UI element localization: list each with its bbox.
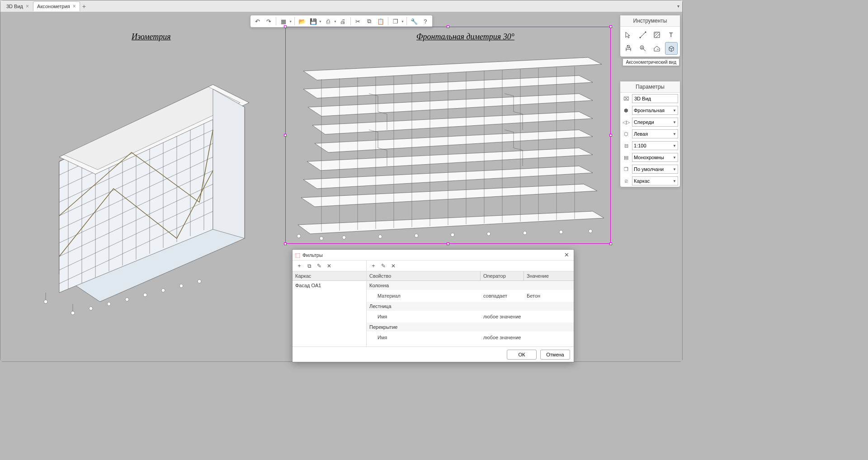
svg-marker-42 (307, 148, 593, 171)
undo-button[interactable]: ↶ (252, 16, 262, 26)
filter-rules-table: Свойство Оператор Значение КолоннаМатери… (367, 271, 574, 346)
svg-point-30 (125, 298, 129, 301)
resize-handle[interactable] (284, 25, 287, 28)
settings-button[interactable]: 🔧 (409, 16, 419, 26)
svg-marker-39 (308, 94, 593, 116)
resize-handle[interactable] (447, 25, 449, 28)
help-button[interactable]: ? (420, 16, 430, 26)
parameters-panel-title: Параметры (620, 81, 680, 93)
workspace: ↶ ↷ ▦▼ 📂 💾▼ ⎙▼ 🖨 ✂ ⧉ 📋 ❐▼ 🔧 ? Изометрия … (0, 12, 682, 361)
add-tab-button[interactable]: + (80, 3, 88, 10)
tool-tooltip: Аксонометрический вид (623, 58, 679, 66)
svg-marker-25 (213, 89, 245, 238)
column-operator[interactable]: Оператор (481, 271, 524, 280)
close-icon[interactable]: × (73, 3, 76, 9)
dialog-titlebar[interactable]: ⬚ Фильтры ✕ (292, 250, 574, 261)
svg-point-61 (297, 234, 301, 238)
tab-3d-view[interactable]: 3D Вид × (2, 1, 33, 11)
svg-line-76 (654, 32, 659, 37)
side-icon: ⬡ (622, 130, 630, 138)
edit-filter-button[interactable]: ✎ (315, 262, 323, 270)
resize-handle[interactable] (609, 242, 612, 245)
open-button[interactable]: 📂 (297, 16, 307, 26)
cancel-button[interactable]: Отмена (540, 350, 570, 360)
rule-group[interactable]: Колонна (367, 281, 574, 290)
ok-button[interactable]: ОК (507, 350, 537, 360)
tool-annotation[interactable]: A (637, 42, 649, 55)
tab-overflow-button[interactable]: ▾ (677, 4, 679, 9)
resize-handle[interactable] (284, 242, 287, 245)
resize-handle[interactable] (609, 134, 612, 137)
svg-marker-40 (312, 112, 593, 134)
side-select[interactable]: Левая▼ (632, 129, 678, 138)
rule-value (524, 312, 574, 321)
mode-icon: ❐ (622, 165, 630, 173)
mode-select[interactable]: По умолчани▼ (632, 165, 678, 174)
close-icon[interactable]: × (26, 3, 29, 9)
tool-line[interactable] (637, 28, 649, 41)
tool-room[interactable] (651, 42, 663, 55)
svg-point-29 (107, 302, 111, 306)
print-button[interactable]: 🖨 (338, 16, 348, 26)
svg-point-68 (523, 231, 527, 235)
rule-group[interactable]: Лестница (367, 302, 574, 311)
display-icon: ⎚ (622, 177, 630, 185)
delete-rule-button[interactable]: ✕ (389, 262, 397, 270)
svg-line-71 (640, 32, 646, 38)
resize-handle[interactable] (284, 134, 287, 137)
style-select[interactable]: Монохромны▼ (632, 153, 678, 162)
rule-row[interactable]: МатериалсовпадаетБетон (367, 290, 574, 302)
column-property[interactable]: Свойство (367, 271, 481, 280)
scale-select[interactable]: 1:100▼ (632, 141, 678, 150)
tool-text[interactable]: T (665, 28, 678, 41)
tool-dimension[interactable] (622, 42, 635, 55)
paste-button[interactable]: 📋 (376, 16, 386, 26)
isometric-building-view (19, 39, 276, 320)
display-select[interactable]: Каркас▼ (632, 176, 678, 185)
dialog-title-text: Фильтры (302, 252, 323, 258)
close-button[interactable]: ✕ (562, 251, 571, 258)
copy-filter-button[interactable]: ⧉ (305, 262, 313, 270)
rule-row[interactable]: Имялюбое значение (367, 332, 574, 343)
filter-icon: ⬚ (295, 252, 300, 258)
rule-row[interactable]: Имялюбое значение (367, 311, 574, 322)
export-button[interactable]: ⎙ (323, 16, 333, 26)
edit-rule-button[interactable]: ✎ (379, 262, 387, 270)
layers-button[interactable]: ❐ (391, 16, 401, 26)
resize-handle[interactable] (609, 25, 612, 28)
save-button[interactable]: 💾 (308, 16, 318, 26)
copy-button[interactable]: ⧉ (364, 16, 374, 26)
add-rule-button[interactable]: + (369, 262, 377, 270)
view-name-field[interactable]: 3D Вид (632, 94, 678, 103)
box-select-button[interactable]: ▦ (278, 16, 288, 26)
direction-select[interactable]: Спереди▼ (632, 118, 678, 127)
tab-axonometry[interactable]: Аксонометрия × (33, 1, 80, 11)
redo-button[interactable]: ↷ (264, 16, 274, 26)
projection-icon: ⬢ (622, 106, 630, 114)
svg-marker-41 (315, 130, 593, 152)
column-value[interactable]: Значение (524, 271, 574, 280)
tool-cursor[interactable] (622, 28, 635, 41)
cut-button[interactable]: ✂ (353, 16, 363, 26)
rule-operator: совпадает (481, 291, 524, 300)
parameters-panel: Параметры ⌧ 3D Вид ⬢ Фронтальная▼ ◁▷ Спе… (620, 81, 680, 187)
svg-point-28 (89, 307, 93, 310)
tool-hatch[interactable] (651, 28, 663, 41)
filter-list-item[interactable]: Фасад ОА1 (292, 281, 366, 290)
rule-operator: любое значение (481, 312, 524, 321)
svg-point-62 (320, 237, 323, 240)
delete-filter-button[interactable]: ✕ (325, 262, 333, 270)
rule-group[interactable]: Перекрытие (367, 322, 574, 332)
tool-axonometric-view[interactable] (665, 42, 678, 55)
svg-marker-44 (301, 184, 597, 207)
svg-point-69 (559, 230, 563, 234)
add-filter-button[interactable]: + (295, 262, 303, 270)
svg-point-64 (378, 235, 382, 238)
svg-line-88 (669, 47, 671, 49)
projection-select[interactable]: Фронтальная▼ (632, 106, 678, 115)
svg-point-26 (44, 300, 47, 304)
svg-line-89 (671, 47, 674, 49)
style-icon: ▤ (622, 153, 630, 161)
svg-point-33 (179, 284, 183, 288)
svg-point-66 (451, 233, 454, 237)
